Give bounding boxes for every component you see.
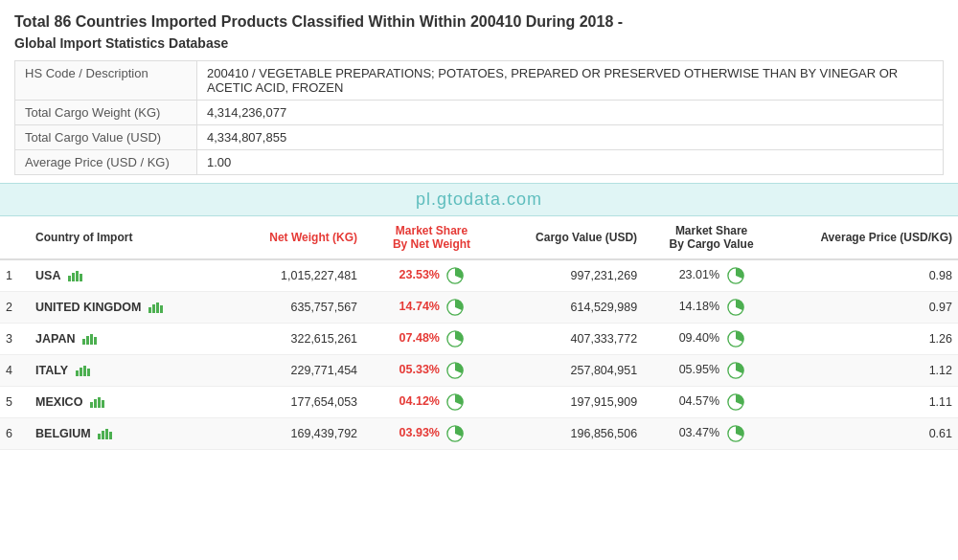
svg-rect-13 [86,336,89,345]
svg-rect-3 [80,274,82,281]
svg-rect-31 [102,431,104,439]
market-share-cv-cell: 09.40% [643,323,780,354]
pie-chart-icon[interactable] [446,267,464,284]
rank-cell: 6 [0,417,30,449]
country-cell: MEXICO [30,386,220,417]
cargovalue-cell: 997,231,269 [500,259,643,292]
info-value: 200410 / VEGETABLE PREPARATIONS; POTATOE… [197,60,944,100]
table-body: 1 USA 1,015,227,481 23.53% 997,231,269 2… [0,259,958,450]
info-label: Total Cargo Value (USD) [15,124,197,149]
cargovalue-cell: 257,804,951 [500,354,643,386]
bar-chart-icon[interactable] [68,270,83,281]
avgprice-cell: 0.98 [780,259,958,292]
svg-rect-19 [80,368,82,376]
svg-rect-25 [94,399,97,408]
table-row: 5 MEXICO 177,654,053 04.12% 197,915,909 … [0,386,958,417]
avgprice-cell: 1.12 [780,354,958,386]
netweight-cell: 322,615,261 [220,323,363,354]
pct-cv: 05.95% [679,363,719,376]
info-row: Average Price (USD / KG) 1.00 [15,149,944,174]
table-row: 6 BELGIUM 169,439,792 03.93% 196,856,506… [0,417,958,449]
svg-rect-20 [83,366,86,376]
pie-chart-icon[interactable] [727,330,744,347]
pct-nw: 14.74% [399,300,440,313]
avgprice-cell: 0.97 [780,291,958,323]
svg-rect-9 [160,305,163,313]
pie-chart-icon[interactable] [446,362,464,379]
svg-rect-0 [68,276,71,281]
pct-nw: 03.93% [399,426,440,439]
pie-chart-icon[interactable] [446,393,464,411]
market-share-cv-cell: 14.18% [643,291,780,323]
pie-chart-icon[interactable] [446,425,464,442]
pct-nw: 05.33% [399,363,440,376]
pct-nw: 07.48% [399,331,440,345]
th-avgprice: Average Price (USD/KG) [780,216,958,259]
country-name: UNITED KINGDOM [35,301,141,314]
country-cell: USA [30,259,220,292]
country-name: USA [35,269,60,282]
svg-rect-1 [72,273,75,281]
svg-rect-15 [94,337,97,345]
svg-rect-8 [156,302,159,313]
info-row: Total Cargo Weight (KG) 4,314,236,077 [15,100,944,124]
info-row: Total Cargo Value (USD) 4,334,807,855 [15,124,944,149]
market-share-nw-cell: 03.93% [363,417,500,449]
market-share-nw-cell: 05.33% [363,354,500,386]
market-share-nw-cell: 14.74% [363,291,500,323]
pie-chart-icon[interactable] [727,267,744,284]
pie-chart-icon[interactable] [727,299,744,316]
table-row: 2 UNITED KINGDOM 635,757,567 14.74% 614,… [0,291,958,323]
cargovalue-cell: 196,856,506 [500,417,643,449]
bar-chart-icon[interactable] [148,302,164,313]
info-label: Average Price (USD / KG) [15,149,197,174]
title-line1: Total 86 Countries Imported Products Cla… [14,13,613,30]
table-row: 4 ITALY 229,771,454 05.33% 257,804,951 0… [0,354,958,386]
cargovalue-cell: 614,529,989 [500,291,643,323]
th-country: Country of Import [30,216,220,259]
th-cargovalue: Cargo Value (USD) [500,216,643,259]
netweight-cell: 1,015,227,481 [220,259,363,292]
pct-cv: 14.18% [679,300,719,313]
svg-rect-18 [76,370,79,376]
netweight-cell: 229,771,454 [220,354,363,386]
th-market-share-nw: Market Share By Net Weight [363,216,500,259]
country-cell: BELGIUM [30,417,220,449]
bar-chart-icon[interactable] [82,333,98,345]
pie-chart-icon[interactable] [446,299,464,316]
bar-chart-icon[interactable] [90,396,105,408]
th-netweight: Net Weight (KG) [220,216,363,259]
rank-cell: 5 [0,386,30,417]
market-share-cv-cell: 23.01% [643,259,780,292]
country-name: ITALY [35,364,68,377]
svg-rect-12 [82,339,85,345]
bar-chart-icon[interactable] [98,428,113,439]
table-header: Country of Import Net Weight (KG) Market… [0,216,958,259]
country-cell: JAPAN [30,323,220,354]
country-name: JAPAN [35,332,75,346]
svg-rect-7 [152,304,155,313]
avgprice-cell: 1.26 [780,323,958,354]
title-separator: - [613,13,623,30]
pie-chart-icon[interactable] [727,425,744,442]
country-name: BELGIUM [35,427,91,440]
svg-rect-2 [76,271,79,281]
svg-rect-6 [148,307,151,313]
pie-chart-icon[interactable] [727,362,744,379]
netweight-cell: 635,757,567 [220,291,363,323]
netweight-cell: 169,439,792 [220,417,363,449]
info-value: 1.00 [197,149,944,174]
bar-chart-icon[interactable] [76,365,91,376]
pct-cv: 23.01% [679,268,719,281]
svg-rect-27 [102,400,104,408]
svg-rect-30 [98,434,101,439]
pie-chart-icon[interactable] [727,393,744,411]
page-title: Total 86 Countries Imported Products Cla… [14,11,944,55]
title-line2: Global Import Statistics Database [14,35,228,51]
info-value: 4,334,807,855 [197,124,944,149]
pct-cv: 04.57% [679,394,719,408]
market-share-cv-cell: 05.95% [643,354,780,386]
pie-chart-icon[interactable] [446,330,464,347]
country-cell: ITALY [30,354,220,386]
svg-rect-26 [98,397,101,408]
